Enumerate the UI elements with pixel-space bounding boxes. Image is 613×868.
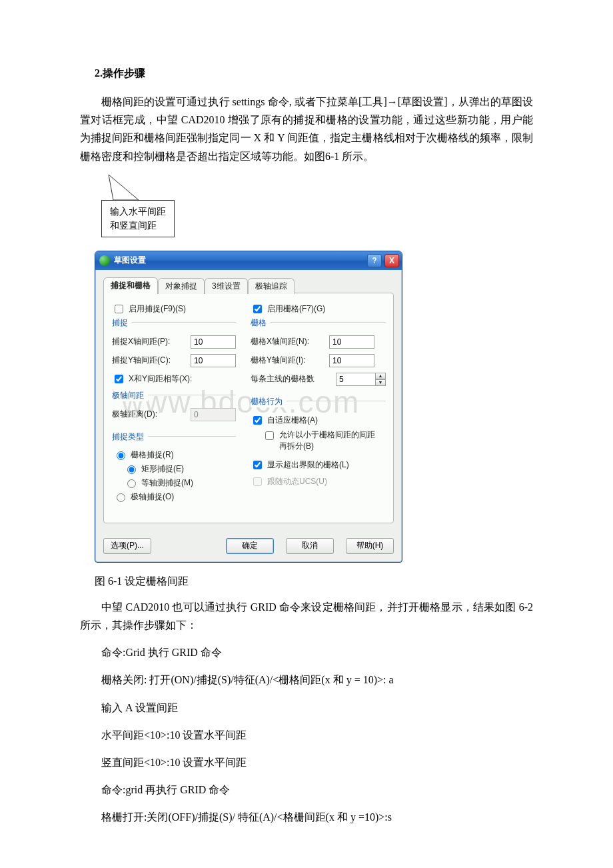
radio-grid-snap[interactable]: 栅格捕捉(R) <box>113 449 236 461</box>
snap-x-label: 捕捉X轴间距(P): <box>112 336 185 347</box>
snap-y-label: 捕捉Y轴间距(C): <box>112 355 185 366</box>
grid-group: 栅格 栅格X轴间距(N): 栅格Y轴间距(I): <box>251 322 386 394</box>
grid-x-label: 栅格X轴间距(N): <box>251 336 324 347</box>
cmd-line-2: 栅格关闭: 打开(ON)/捕捉(S)/特征(A)/<栅格间距(x 和 y = 1… <box>80 671 533 689</box>
help-button[interactable]: 帮助(H) <box>346 538 394 554</box>
grid-behavior-title: 栅格行为 <box>251 396 287 407</box>
section-heading: 2.操作步骤 <box>95 67 533 81</box>
svg-marker-0 <box>109 175 139 200</box>
tab-panel: 启用捕捉(F9)(S) 捕捉 捕捉X轴间距(P): 捕捉Y轴间距(C): <box>103 293 394 523</box>
radio-polar-snap-input[interactable] <box>117 493 125 502</box>
major-line-spinner[interactable]: ▲ ▼ <box>336 373 386 386</box>
tabs: 捕捉和栅格 对象捕捉 3维设置 极轴追踪 <box>103 277 394 293</box>
snap-group-title: 捕捉 <box>112 317 132 329</box>
radio-iso-snap-label: 等轴测捕捉(M) <box>141 477 193 489</box>
subdivide-checkbox[interactable]: 允许以小于栅格间距的间距再拆分(B) <box>263 429 386 452</box>
radio-iso-snap[interactable]: 等轴测捕捉(M) <box>124 477 236 489</box>
right-column: 启用栅格(F7)(G) 栅格 栅格X轴间距(N): 栅格Y轴间距(I): <box>251 303 386 512</box>
follow-ucs-checkbox: 跟随动态UCS(U) <box>251 475 386 488</box>
paragraph-2: 中望 CAD2010 也可以通过执行 GRID 命令来设定栅格间距，并打开栅格显… <box>80 598 533 634</box>
polar-dist-label: 极轴距离(D): <box>112 409 185 420</box>
snap-type-group: 捕捉类型 栅格捕捉(R) 矩形捕捉(E) <box>112 436 236 508</box>
polar-dist-title: 极轴间距 <box>112 390 148 401</box>
polar-dist-group: 极轴间距 极轴距离(D): <box>112 395 236 429</box>
window-close-button[interactable]: X <box>384 254 399 267</box>
subdivide-label: 允许以小于栅格间距的间距再拆分(B) <box>279 429 379 452</box>
paragraph-intro: 栅格间距的设置可通过执行 settings 命令, 或者下拉菜单[工具]→[草图… <box>80 93 533 165</box>
follow-ucs-label: 跟随动态UCS(U) <box>267 476 327 487</box>
grid-group-title: 栅格 <box>251 317 271 329</box>
left-column: 启用捕捉(F9)(S) 捕捉 捕捉X轴间距(P): 捕捉Y轴间距(C): <box>112 303 236 512</box>
dialog-title: 草图设置 <box>114 255 146 266</box>
major-line-input[interactable] <box>336 373 375 386</box>
sketch-settings-dialog: 草图设置 ? X 捕捉和栅格 对象捕捉 3维设置 极轴追踪 <box>95 251 402 563</box>
snap-group: 捕捉 捕捉X轴间距(P): 捕捉Y轴间距(C): <box>112 322 236 388</box>
polar-dist-input <box>191 408 236 421</box>
grid-y-label: 栅格Y轴间距(I): <box>251 355 324 366</box>
spinner-up-icon[interactable]: ▲ <box>375 373 386 379</box>
cmd-line-3: 输入 A 设置间距 <box>80 699 533 717</box>
major-line-label: 每条主线的栅格数 <box>251 373 330 385</box>
window-help-button[interactable]: ? <box>367 254 382 267</box>
radio-grid-snap-label: 栅格捕捉(R) <box>131 449 174 461</box>
app-icon <box>99 255 110 266</box>
tab-snap-grid[interactable]: 捕捉和栅格 <box>103 277 158 294</box>
cmd-line-6: 命令:grid 再执行 GRID 命令 <box>80 781 533 799</box>
xy-equal-input[interactable] <box>115 375 123 383</box>
cmd-line-1: 命令:Grid 执行 GRID 命令 <box>80 643 533 661</box>
outlimits-checkbox[interactable]: 显示超出界限的栅格(L) <box>251 459 386 471</box>
xy-equal-label: X和Y间距相等(X): <box>129 373 192 385</box>
enable-grid-input[interactable] <box>253 305 262 313</box>
cmd-line-5: 竖直间距<10>:10 设置水平间距 <box>80 753 533 771</box>
snap-type-title: 捕捉类型 <box>112 431 148 443</box>
enable-snap-label: 启用捕捉(F9)(S) <box>129 303 186 315</box>
radio-rect-snap[interactable]: 矩形捕捉(E) <box>124 463 236 475</box>
snap-x-input[interactable] <box>191 335 236 349</box>
adaptive-grid-label: 自适应栅格(A) <box>267 415 318 426</box>
subdivide-input[interactable] <box>265 431 274 440</box>
grid-y-input[interactable] <box>329 354 374 367</box>
tab-object-snap[interactable]: 对象捕捉 <box>158 278 205 294</box>
cmd-line-4: 水平间距<10>:10 设置水平间距 <box>80 726 533 744</box>
grid-behavior-group: 栅格行为 自适应栅格(A) 允许以小于栅格间距的间距再拆分(B) <box>251 401 386 491</box>
ok-button[interactable]: 确定 <box>226 538 274 554</box>
radio-rect-snap-input[interactable] <box>127 465 136 474</box>
tab-polar-track[interactable]: 极轴追踪 <box>248 278 295 294</box>
dialog-footer: 选项(P)... 确定 取消 帮助(H) <box>95 531 402 562</box>
enable-snap-checkbox[interactable]: 启用捕捉(F9)(S) <box>112 303 236 315</box>
outlimits-label: 显示超出界限的栅格(L) <box>267 459 349 471</box>
figure-caption: 图 6-1 设定栅格间距 <box>95 575 533 589</box>
spinner-down-icon[interactable]: ▼ <box>375 379 386 386</box>
outlimits-input[interactable] <box>253 461 262 469</box>
tab-3d-settings[interactable]: 3维设置 <box>205 278 248 294</box>
radio-polar-snap[interactable]: 极轴捕捉(O) <box>113 491 236 503</box>
xy-equal-checkbox[interactable]: X和Y间距相等(X): <box>112 373 236 385</box>
dialog-titlebar[interactable]: 草图设置 ? X <box>95 251 402 270</box>
callout: 输入水平间距 和竖直间距 <box>95 175 533 248</box>
radio-iso-snap-input[interactable] <box>127 479 136 488</box>
grid-x-input[interactable] <box>329 335 374 349</box>
enable-grid-label: 启用栅格(F7)(G) <box>267 303 325 315</box>
adaptive-grid-input[interactable] <box>253 416 262 425</box>
adaptive-grid-checkbox[interactable]: 自适应栅格(A) <box>251 414 386 427</box>
follow-ucs-input <box>253 477 262 486</box>
enable-grid-checkbox[interactable]: 启用栅格(F7)(G) <box>251 303 386 315</box>
radio-polar-snap-label: 极轴捕捉(O) <box>131 491 174 503</box>
options-button[interactable]: 选项(P)... <box>103 538 151 554</box>
cancel-button[interactable]: 取消 <box>286 538 334 554</box>
radio-grid-snap-input[interactable] <box>117 451 125 460</box>
snap-y-input[interactable] <box>191 354 236 367</box>
cmd-line-7: 格栅打开:关闭(OFF)/捕捉(S)/ 特征(A)/<格栅间距(x 和 y =1… <box>80 808 533 826</box>
callout-tail-icon <box>107 173 147 201</box>
radio-rect-snap-label: 矩形捕捉(E) <box>141 463 184 475</box>
enable-snap-input[interactable] <box>115 305 123 313</box>
callout-text: 输入水平间距 和竖直间距 <box>101 200 175 237</box>
